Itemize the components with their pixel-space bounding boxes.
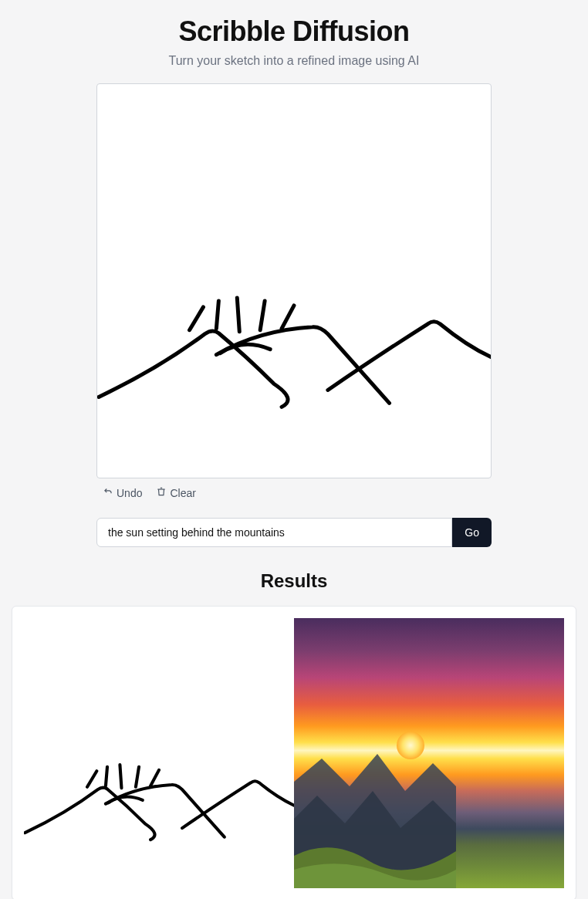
results-heading: Results (0, 570, 588, 592)
sketch-drawing (97, 84, 491, 478)
clear-label: Clear (170, 487, 195, 499)
undo-button[interactable]: Undo (103, 486, 142, 499)
sketch-canvas[interactable] (96, 83, 492, 478)
prompt-input[interactable] (96, 518, 452, 547)
result-sketch (24, 618, 294, 888)
undo-icon (103, 486, 113, 499)
page-subtitle: Turn your sketch into a refined image us… (96, 54, 492, 68)
result-card (12, 606, 576, 899)
go-button[interactable]: Go (452, 518, 492, 547)
page-title: Scribble Diffusion (96, 15, 492, 48)
trash-icon (156, 486, 167, 499)
result-generated-image (294, 618, 564, 888)
clear-button[interactable]: Clear (156, 486, 195, 499)
undo-label: Undo (117, 487, 142, 499)
